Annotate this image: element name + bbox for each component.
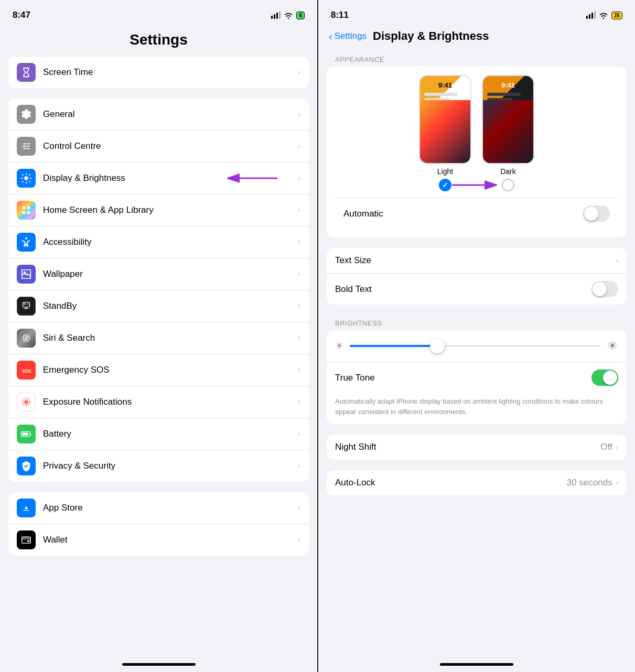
- grid-icon: [20, 204, 32, 216]
- bold-text-label: Bold Text: [335, 284, 372, 295]
- auto-lock-row[interactable]: Auto-Lock 30 seconds ›: [327, 470, 627, 495]
- appstore-icon: [20, 502, 32, 514]
- app-store-label: App Store: [43, 503, 298, 513]
- true-tone-toggle[interactable]: [591, 370, 618, 386]
- light-wallpaper: [420, 100, 470, 163]
- svg-rect-11: [23, 207, 26, 210]
- accessibility-label: Accessibility: [43, 237, 298, 247]
- brightness-track[interactable]: [350, 345, 600, 347]
- appearance-card: 9:41 Light ✓: [327, 67, 627, 237]
- sidebar-item-standby[interactable]: StandBy ›: [8, 290, 309, 322]
- sidebar-item-emergency-sos[interactable]: SOS Emergency SOS ›: [8, 354, 309, 386]
- automatic-toggle[interactable]: [583, 205, 610, 222]
- time-right: 8:11: [331, 10, 349, 20]
- sidebar-item-home-screen[interactable]: Home Screen & App Library ›: [8, 194, 309, 226]
- auto-lock-chevron: ›: [616, 478, 618, 487]
- svg-point-10: [24, 176, 28, 180]
- automatic-divider: Automatic: [335, 198, 618, 229]
- brightness-row: ☀ ☀: [327, 330, 627, 362]
- light-preview: 9:41: [419, 75, 471, 164]
- brightness-thumb: [430, 339, 445, 353]
- svg-rect-35: [591, 13, 593, 19]
- text-card: Text Size › Bold Text: [327, 248, 627, 305]
- bold-text-toggle-thumb: [593, 282, 607, 296]
- svg-rect-30: [22, 537, 31, 544]
- nav-title: Display & Brightness: [373, 29, 489, 43]
- sidebar-item-screen-time[interactable]: Screen Time ›: [8, 57, 309, 88]
- night-shift-row[interactable]: Night Shift Off ›: [327, 435, 627, 460]
- svg-point-9: [24, 147, 26, 150]
- sun-icon: [20, 172, 32, 184]
- exposure-icon-wrap: [17, 393, 36, 411]
- wallpaper-icon: [20, 268, 32, 280]
- sidebar-item-exposure[interactable]: Exposure Notifications ›: [8, 386, 309, 418]
- sos-icon: SOS: [20, 364, 32, 376]
- auto-lock-right: 30 seconds ›: [567, 478, 618, 488]
- preview-bar-1: [424, 93, 458, 96]
- appearance-option-light[interactable]: 9:41 Light ✓: [419, 75, 471, 191]
- svg-rect-2: [276, 13, 278, 19]
- settings-group-2: General › Control Centre ›: [8, 99, 309, 482]
- app-store-chevron: ›: [298, 503, 300, 513]
- svg-rect-28: [30, 433, 31, 435]
- svg-rect-19: [27, 304, 29, 305]
- wallpaper-chevron: ›: [298, 269, 300, 279]
- night-shift-chevron: ›: [616, 442, 618, 452]
- appearance-options: 9:41 Light ✓: [335, 75, 618, 191]
- svg-rect-13: [23, 211, 26, 214]
- wallet-icon: [20, 534, 32, 546]
- auto-lock-card: Auto-Lock 30 seconds ›: [327, 470, 627, 495]
- sidebar-item-battery[interactable]: Battery ›: [8, 418, 309, 450]
- sidebar-item-privacy[interactable]: Privacy & Security ›: [8, 450, 309, 482]
- sidebar-item-accessibility[interactable]: Accessibility ›: [8, 226, 309, 258]
- dark-preview-bar-1: [487, 93, 521, 96]
- light-radio[interactable]: ✓: [439, 179, 451, 191]
- sun-large-icon: ☀: [607, 339, 618, 353]
- back-button[interactable]: ‹ Settings: [329, 30, 367, 42]
- emergency-icon-wrap: SOS: [17, 361, 36, 380]
- svg-point-15: [25, 237, 27, 240]
- accessibility-icon: [20, 236, 32, 248]
- dark-radio[interactable]: [502, 179, 514, 191]
- status-icons-left: 6: [271, 12, 305, 19]
- automatic-label: Automatic: [343, 209, 383, 219]
- right-panel: 8:11 26 ‹ Settings Display & Brightness: [317, 0, 635, 672]
- automatic-toggle-thumb: [584, 207, 598, 221]
- wallet-label: Wallet: [43, 535, 298, 545]
- battery-chevron: ›: [298, 429, 300, 439]
- true-tone-description: Automatically adapt iPhone display based…: [327, 393, 627, 424]
- standby-icon-wrap: [17, 297, 36, 316]
- sidebar-item-display-brightness[interactable]: Display & Brightness ›: [8, 162, 309, 194]
- svg-point-8: [26, 145, 29, 148]
- signal-icon-right: [586, 12, 596, 19]
- svg-rect-34: [589, 14, 590, 19]
- battery-icon-wrap: [17, 425, 36, 443]
- control-centre-chevron: ›: [298, 142, 300, 151]
- accessibility-chevron: ›: [298, 237, 300, 247]
- wallet-icon-wrap: [17, 530, 36, 549]
- sidebar-item-control-centre[interactable]: Control Centre ›: [8, 131, 309, 162]
- sidebar-item-wallet[interactable]: Wallet ›: [8, 524, 309, 556]
- appearance-section-label: APPEARANCE: [327, 51, 627, 67]
- status-icons-right: 26: [586, 12, 622, 19]
- night-shift-right: Off ›: [600, 442, 618, 452]
- control-centre-label: Control Centre: [43, 141, 298, 151]
- svg-point-24: [24, 400, 28, 404]
- sidebar-item-general[interactable]: General ›: [8, 99, 309, 131]
- night-shift-card: Night Shift Off ›: [327, 435, 627, 460]
- sidebar-item-app-store[interactable]: App Store ›: [8, 492, 309, 524]
- siri-chevron: ›: [298, 333, 300, 343]
- standby-icon: [20, 300, 32, 312]
- auto-lock-label: Auto-Lock: [335, 478, 375, 488]
- appearance-option-dark[interactable]: 9:41 Dark: [482, 75, 534, 191]
- gear-icon: [20, 109, 32, 120]
- control-centre-icon-wrap: [17, 137, 36, 156]
- nav-bar: ‹ Settings Display & Brightness: [318, 27, 635, 51]
- sidebar-item-wallpaper[interactable]: Wallpaper ›: [8, 258, 309, 290]
- bold-text-toggle[interactable]: [591, 281, 618, 297]
- text-size-row[interactable]: Text Size ›: [327, 248, 627, 274]
- settings-list: Screen Time › General ›: [0, 57, 317, 659]
- battery-badge-left: 6: [296, 12, 305, 19]
- sidebar-item-siri[interactable]: Siri & Search ›: [8, 322, 309, 354]
- dark-label: Dark: [500, 167, 516, 176]
